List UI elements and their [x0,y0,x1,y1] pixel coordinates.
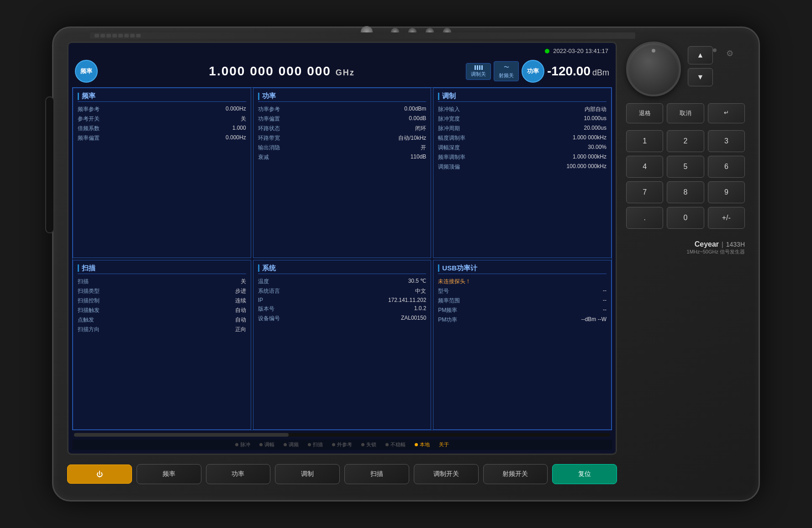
rf-label: 射频关 [499,72,514,79]
numpad: 1 2 3 4 5 6 7 8 9 . 0 +/- [626,130,745,229]
modulation-panel-title: 调制 [438,92,606,102]
num-7-button[interactable]: 7 [626,181,663,203]
num-3-button[interactable]: 3 [708,130,745,152]
screen: 2022-03-20 13:41:17 频率 1.000 000 000 000… [69,43,616,454]
freq-number: 1.000 000 000 000 [209,64,331,78]
power-unit-display: dBm [592,68,609,78]
scrollbar-thumb [74,433,289,437]
status-am: 调幅 [259,441,274,448]
power-func-button[interactable]: 功率 [206,464,271,484]
rotary-knob[interactable] [626,42,681,96]
num-5-button[interactable]: 5 [667,156,704,178]
down-arrow-button[interactable]: ▼ [688,68,713,86]
up-arrow-button[interactable]: ▲ [688,46,713,64]
device-body: 2022-03-20 13:41:17 频率 1.000 000 000 000… [52,26,760,502]
num-8-button[interactable]: 8 [667,181,704,203]
power-button[interactable]: ⏻ [67,465,132,484]
indicator-light [713,48,717,52]
status-dot [361,443,364,446]
mod-label: 调制关 [471,71,486,78]
num-6-button[interactable]: 6 [708,156,745,178]
freq-value-display: 1.000 000 000 000 GHz [100,64,463,79]
sweep-func-button[interactable]: 扫描 [344,464,409,484]
panel-row: 版本号 1.0.2 [258,305,427,313]
status-pulse: 脉冲 [235,441,250,448]
datetime-display: 2022-03-20 13:41:17 [553,48,608,54]
panel-row: 扫描类型 步进 [78,287,246,295]
num-9-button[interactable]: 9 [708,181,745,203]
panel-row: 型号 -- [438,287,606,295]
panel-row: 频率调制率 1.000 000kHz [438,153,606,161]
scrollbar-area [74,433,610,437]
title-bar-accent [438,93,439,100]
enter-key[interactable]: ↵ [708,103,745,123]
sweep-panel: 扫描 扫描 关 扫描类型 步进 扫描控制 [73,260,251,430]
panel-row: 扫描触发 自动 [78,306,246,314]
screen-container: 2022-03-20 13:41:17 频率 1.000 000 000 000… [67,42,617,455]
power-value-display: -120.00 [547,64,591,79]
rail-bump [100,34,105,37]
reset-button[interactable]: 复位 [552,464,617,484]
plusminus-button[interactable]: +/- [708,207,745,229]
rail-bump [118,34,123,37]
header-row: 频率 1.000 000 000 000 GHz 调制关 [72,58,612,84]
knob-indicator [652,49,655,53]
num-4-button[interactable]: 4 [626,156,663,178]
decimal-button[interactable]: . [626,207,663,229]
num-0-button[interactable]: 0 [667,207,704,229]
status-unstable: 不稳幅 [385,441,406,448]
mod-button[interactable]: 调制关 [466,63,491,80]
panel-row: 扫描 关 [78,278,246,285]
status-bar: 2022-03-20 13:41:17 [72,47,612,55]
backspace-key[interactable]: 退格 [626,103,663,123]
panel-row: 点触发 自动 [78,316,246,324]
function-keys-row: 退格 取消 ↵ [626,103,745,123]
panel-row: 频率参考 0.000Hz [78,106,246,113]
bottom-status-bar: 脉冲 调幅 调频 扫描 [72,439,612,450]
num-1-button[interactable]: 1 [626,130,663,152]
title-bar-accent [78,93,79,100]
mod-func-button[interactable]: 调制 [275,464,340,484]
status-indicator-green [545,49,549,53]
panel-row: 脉冲宽度 10.000us [438,115,606,123]
arrow-buttons: ▲ ▼ [688,46,713,86]
rail-bump [136,34,141,37]
rf-wave-icon: 〜 [499,63,514,71]
left-strap [45,96,54,233]
brand-section: Ceyear | 1433H 1MHz~50GHz 信号发生器 [626,240,745,255]
gear-icon: ⚙ [726,48,733,58]
status-unlock: 失锁 [361,441,376,448]
rail-bump [112,34,117,37]
panel-row: PM频率 -- [438,306,606,314]
rf-switch-button[interactable]: 射频开关 [483,464,548,484]
status-about[interactable]: 关于 [439,441,449,448]
rf-button[interactable]: 〜 射频关 [494,61,519,81]
cancel-key[interactable]: 取消 [667,103,704,123]
status-dot [385,443,389,446]
left-section: 2022-03-20 13:41:17 频率 1.000 000 000 000… [67,42,617,486]
brand-row: Ceyear | 1433H [626,240,745,248]
status-dot [332,443,335,446]
freq-button[interactable]: 频率 [75,60,98,83]
power-label-btn[interactable]: 功率 [522,60,544,83]
title-bar-accent [258,93,259,100]
freq-unit: GHz [336,68,355,77]
panel-row: 环路状态 闭环 [258,125,427,132]
panel-row: PM功率 --dBm --W [438,316,606,324]
power-display: -120.00 dBm [547,64,609,79]
mod-switch-button[interactable]: 调制开关 [414,464,479,484]
status-dot-active [415,443,418,446]
brand-separator: | [722,241,723,248]
rail-bump [124,34,129,37]
num-2-button[interactable]: 2 [667,130,704,152]
rail-bump [106,34,111,37]
panel-row: 幅度调制率 1.000 000kHz [438,134,606,142]
freq-func-button[interactable]: 频率 [137,464,201,484]
status-dot [235,443,238,446]
status-dot [308,443,311,446]
panel-row: 频率范围 -- [438,297,606,305]
status-local[interactable]: 本地 [415,441,430,448]
bottom-buttons-row: ⏻ 频率 功率 调制 扫描 调制开关 射频开关 复位 [67,462,617,486]
panel-row: 环路带宽 自动/10kHz [258,134,427,142]
status-fm: 调频 [284,441,299,448]
